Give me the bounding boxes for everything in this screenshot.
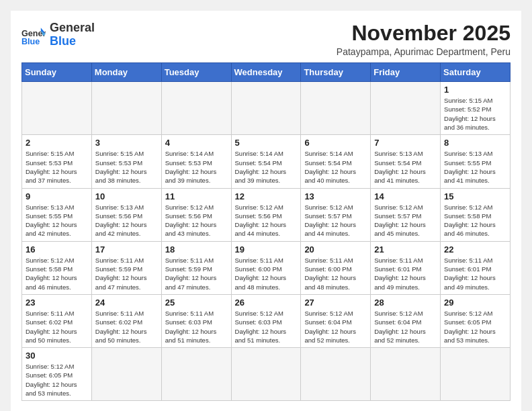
- week-row-5: 23 Sunrise: 5:11 AMSunset: 6:02 PMDaylig…: [22, 294, 511, 347]
- day-7: 7 Sunrise: 5:13 AMSunset: 5:54 PMDayligh…: [371, 135, 441, 188]
- empty-cell: [231, 82, 301, 135]
- day-9: 9 Sunrise: 5:13 AMSunset: 5:55 PMDayligh…: [22, 188, 92, 241]
- empty-cell: [161, 348, 231, 401]
- week-row-3: 9 Sunrise: 5:13 AMSunset: 5:55 PMDayligh…: [22, 188, 511, 241]
- week-row-2: 2 Sunrise: 5:15 AMSunset: 5:53 PMDayligh…: [22, 135, 511, 188]
- day-1: 1 Sunrise: 5:15 AM Sunset: 5:52 PM Dayli…: [441, 82, 511, 135]
- day-29: 29 Sunrise: 5:12 AMSunset: 6:05 PMDaylig…: [441, 294, 511, 347]
- day-23: 23 Sunrise: 5:11 AMSunset: 6:02 PMDaylig…: [22, 294, 92, 347]
- header-friday: Friday: [371, 63, 441, 82]
- empty-cell: [371, 348, 441, 401]
- day-13: 13 Sunrise: 5:12 AMSunset: 5:57 PMDaylig…: [301, 188, 371, 241]
- day-19: 19 Sunrise: 5:11 AMSunset: 6:00 PMDaylig…: [231, 241, 301, 294]
- header: General Blue General Blue November 2025 …: [21, 21, 511, 57]
- day-22: 22 Sunrise: 5:11 AMSunset: 6:01 PMDaylig…: [441, 241, 511, 294]
- day-8: 8 Sunrise: 5:13 AMSunset: 5:55 PMDayligh…: [441, 135, 511, 188]
- empty-cell: [371, 82, 441, 135]
- svg-text:Blue: Blue: [21, 37, 40, 46]
- empty-cell: [91, 82, 161, 135]
- empty-cell: [301, 348, 371, 401]
- week-row-1: 1 Sunrise: 5:15 AM Sunset: 5:52 PM Dayli…: [22, 82, 511, 135]
- logo-icon: General Blue: [21, 23, 46, 47]
- title-block: November 2025 Pataypampa, Apurimac Depar…: [337, 21, 511, 57]
- day-30: 30 Sunrise: 5:12 AMSunset: 6:05 PMDaylig…: [22, 348, 92, 401]
- empty-cell: [91, 348, 161, 401]
- day-21: 21 Sunrise: 5:11 AMSunset: 6:01 PMDaylig…: [371, 241, 441, 294]
- week-row-6: 30 Sunrise: 5:12 AMSunset: 6:05 PMDaylig…: [22, 348, 511, 401]
- empty-cell: [441, 348, 511, 401]
- empty-cell: [161, 82, 231, 135]
- day-14: 14 Sunrise: 5:12 AMSunset: 5:57 PMDaylig…: [371, 188, 441, 241]
- calendar-table: Sunday Monday Tuesday Wednesday Thursday…: [21, 62, 511, 401]
- day-20: 20 Sunrise: 5:11 AMSunset: 6:00 PMDaylig…: [301, 241, 371, 294]
- day-24: 24 Sunrise: 5:11 AMSunset: 6:02 PMDaylig…: [91, 294, 161, 347]
- month-title: November 2025: [337, 21, 511, 45]
- day-4: 4 Sunrise: 5:14 AMSunset: 5:53 PMDayligh…: [161, 135, 231, 188]
- day-18: 18 Sunrise: 5:11 AMSunset: 5:59 PMDaylig…: [161, 241, 231, 294]
- day-26: 26 Sunrise: 5:12 AMSunset: 6:03 PMDaylig…: [231, 294, 301, 347]
- day-27: 27 Sunrise: 5:12 AMSunset: 6:04 PMDaylig…: [301, 294, 371, 347]
- day-3: 3 Sunrise: 5:15 AMSunset: 5:53 PMDayligh…: [91, 135, 161, 188]
- day-info: Sunrise: 5:15 AM Sunset: 5:52 PM Dayligh…: [444, 96, 506, 132]
- day-5: 5 Sunrise: 5:14 AMSunset: 5:54 PMDayligh…: [231, 135, 301, 188]
- location-title: Pataypampa, Apurimac Department, Peru: [337, 46, 511, 57]
- header-wednesday: Wednesday: [231, 63, 301, 82]
- day-25: 25 Sunrise: 5:11 AMSunset: 6:03 PMDaylig…: [161, 294, 231, 347]
- day-number: 1: [444, 85, 506, 95]
- day-12: 12 Sunrise: 5:12 AMSunset: 5:56 PMDaylig…: [231, 188, 301, 241]
- weekday-header-row: Sunday Monday Tuesday Wednesday Thursday…: [22, 63, 511, 82]
- empty-cell: [231, 348, 301, 401]
- header-monday: Monday: [91, 63, 161, 82]
- header-sunday: Sunday: [22, 63, 92, 82]
- day-2: 2 Sunrise: 5:15 AMSunset: 5:53 PMDayligh…: [22, 135, 92, 188]
- day-10: 10 Sunrise: 5:13 AMSunset: 5:56 PMDaylig…: [91, 188, 161, 241]
- logo-text: General Blue: [50, 21, 95, 48]
- empty-cell: [22, 82, 92, 135]
- logo-blue: Blue: [50, 34, 76, 48]
- logo: General Blue General Blue: [21, 21, 95, 48]
- day-6: 6 Sunrise: 5:14 AMSunset: 5:54 PMDayligh…: [301, 135, 371, 188]
- day-15: 15 Sunrise: 5:12 AMSunset: 5:58 PMDaylig…: [441, 188, 511, 241]
- empty-cell: [301, 82, 371, 135]
- day-11: 11 Sunrise: 5:12 AMSunset: 5:56 PMDaylig…: [161, 188, 231, 241]
- calendar-page: General Blue General Blue November 2025 …: [11, 11, 521, 411]
- week-row-4: 16 Sunrise: 5:12 AMSunset: 5:58 PMDaylig…: [22, 241, 511, 294]
- day-28: 28 Sunrise: 5:12 AMSunset: 6:04 PMDaylig…: [371, 294, 441, 347]
- day-16: 16 Sunrise: 5:12 AMSunset: 5:58 PMDaylig…: [22, 241, 92, 294]
- header-thursday: Thursday: [301, 63, 371, 82]
- header-tuesday: Tuesday: [161, 63, 231, 82]
- header-saturday: Saturday: [441, 63, 511, 82]
- day-17: 17 Sunrise: 5:11 AMSunset: 5:59 PMDaylig…: [91, 241, 161, 294]
